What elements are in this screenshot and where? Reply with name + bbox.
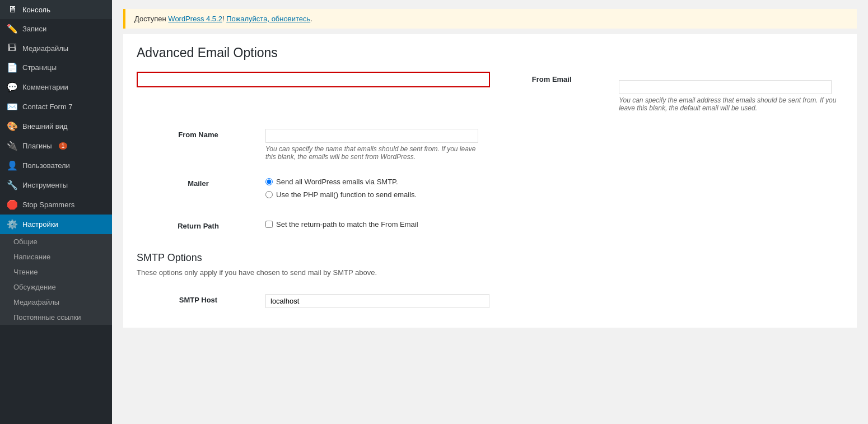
sidebar-item-plugins[interactable]: 🔌 Плагины 1 [0,136,112,156]
sidebar-item-posts[interactable]: ✏️ Записи [0,19,112,39]
smtp-host-input[interactable] [265,294,489,308]
sidebar-label-pages: Страницы [22,63,57,72]
submenu-label-discussion: Обсуждение [13,283,56,291]
sidebar-label-plugins: Плагины [22,142,52,150]
submenu-item-permalinks[interactable]: Постоянные ссылки [0,310,112,325]
sidebar-label-media: Медиафайлы [22,44,68,53]
mailer-row: Mailer Send all WordPress emails via SMT… [137,169,843,212]
console-icon: 🖥 [7,4,18,15]
sidebar-label-posts: Записи [22,25,46,33]
form-table: From Email You can specify the email add… [137,72,843,239]
sidebar-item-stop-spammers[interactable]: 🛑 Stop Spammers [0,195,112,215]
sidebar-item-contact-form-7[interactable]: ✉️ Contact Form 7 [0,97,112,117]
return-path-label: Return Path [137,212,260,239]
tools-icon: 🔧 [7,180,18,190]
submenu-item-reading[interactable]: Чтение [0,264,112,279]
sidebar-item-tools[interactable]: 🔧 Инструменты [0,175,112,195]
settings-icon: ⚙️ [7,219,18,230]
update-notice: Доступен WordPress 4.5.2! Пожалуйста, об… [123,9,857,29]
sidebar-item-settings[interactable]: ⚙️ Настройки [0,215,112,234]
plugins-icon: 🔌 [7,141,18,151]
sidebar-item-users[interactable]: 👤 Пользователи [0,156,112,175]
sidebar-label-stop-spammers: Stop Spammers [22,201,74,209]
main-content: Доступен WordPress 4.5.2! Пожалуйста, об… [112,0,868,424]
mailer-php-radio[interactable] [265,191,273,198]
contact-form-7-icon: ✉️ [7,101,18,112]
submenu-item-writing[interactable]: Написание [0,249,112,264]
sidebar-label-settings: Настройки [22,220,58,229]
smtp-host-row: SMTP Host [137,286,843,316]
mailer-label: Mailer [137,169,260,212]
pages-icon: 📄 [7,62,18,73]
from-name-row: From Name You can specify the name that … [137,120,843,169]
sidebar-item-media[interactable]: 🎞 Медиафайлы [0,39,112,58]
smtp-description: These options only apply if you have cho… [137,268,843,277]
submenu-item-discussion[interactable]: Обсуждение [0,279,112,295]
submenu-label-general: Общие [13,237,38,246]
notice-period: . [310,15,312,23]
from-email-description: You can specify the email address that e… [619,96,838,112]
appearance-icon: 🎨 [7,121,18,132]
from-name-label: From Name [137,120,260,169]
sidebar-label-console: Консоль [22,6,50,14]
media-icon: 🎞 [7,43,18,53]
sidebar-item-pages[interactable]: 📄 Страницы [0,58,112,77]
from-name-input[interactable] [265,129,478,143]
mailer-option-smtp: Send all WordPress emails via SMTP. [265,178,484,186]
page-title: Advanced Email Options [137,45,843,60]
sidebar-label-appearance: Внешний вид [22,122,68,131]
sidebar-label-tools: Инструменты [22,181,68,189]
comments-icon: 💬 [7,82,18,92]
posts-icon: ✏️ [7,24,18,34]
submenu-label-media: Медиафайлы [13,298,59,306]
sidebar-label-users: Пользователи [22,161,70,170]
return-path-checkbox[interactable] [265,221,273,228]
stop-spammers-icon: 🛑 [7,199,18,210]
badge-plugins: 1 [59,142,68,150]
from-name-description: You can specify the name that emails sho… [265,145,484,161]
from-email-label: From Email [490,72,613,120]
from-email-input[interactable] [619,80,832,94]
smtp-host-label: SMTP Host [137,286,260,316]
mailer-smtp-radio[interactable] [265,178,273,185]
from-email-row: From Email You can specify the email add… [137,72,843,120]
sidebar-item-console[interactable]: 🖥 Консоль [0,0,112,19]
return-path-row: Return Path Set the return-path to match… [137,212,843,239]
users-icon: 👤 [7,160,18,171]
content-area: Advanced Email Options From Email You ca… [123,34,857,328]
submenu-label-permalinks: Постоянные ссылки [13,313,81,322]
sidebar-item-comments[interactable]: 💬 Комментарии [0,77,112,97]
sidebar-label-contact-form-7: Contact Form 7 [22,102,73,111]
sidebar-item-appearance[interactable]: 🎨 Внешний вид [0,117,112,136]
submenu-item-general[interactable]: Общие [0,234,112,249]
smtp-form-table: SMTP Host [137,286,843,316]
mailer-php-label: Use the PHP mail() function to send emai… [276,190,417,199]
submenu-item-media[interactable]: Медиафайлы [0,295,112,310]
sidebar: 🖥 Консоль ✏️ Записи 🎞 Медиафайлы 📄 Стран… [0,0,112,424]
notice-wp-link[interactable]: WordPress 4.5.2 [168,15,222,23]
mailer-option-php: Use the PHP mail() function to send emai… [265,190,484,199]
notice-update-link[interactable]: Пожалуйста, обновитесь [226,15,310,23]
mailer-smtp-label: Send all WordPress emails via SMTP. [276,178,398,186]
sidebar-label-comments: Комментарии [22,83,68,91]
submenu-label-writing: Написание [13,253,50,261]
return-path-option: Set the return-path to match the From Em… [265,220,484,229]
return-path-option-label: Set the return-path to match the From Em… [276,220,418,229]
smtp-section-title: SMTP Options [137,252,843,264]
notice-text: Доступен [134,15,168,23]
submenu-label-reading: Чтение [13,268,38,276]
